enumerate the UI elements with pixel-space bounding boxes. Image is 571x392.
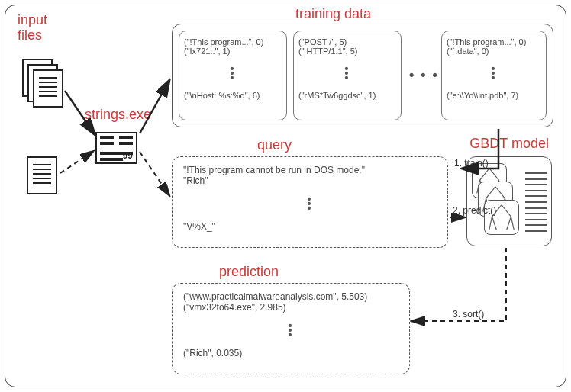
arrows-layer <box>5 5 566 387</box>
